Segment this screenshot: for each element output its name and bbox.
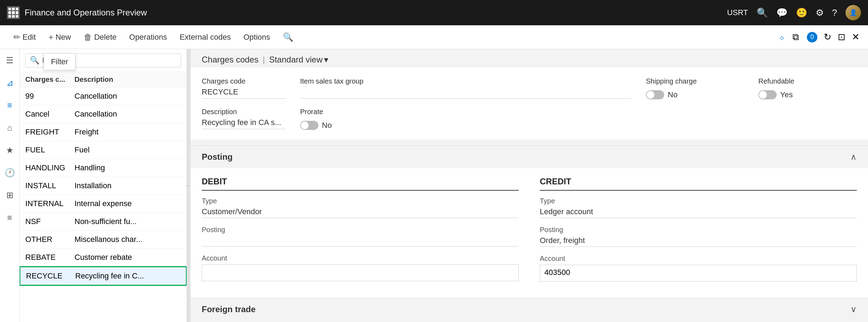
- new-button[interactable]: + New Filter: [44, 29, 76, 45]
- debit-posting-value[interactable]: [202, 236, 519, 247]
- sidebar-menu-icon[interactable]: ☰: [2, 53, 18, 68]
- settings-icon[interactable]: ⚙: [816, 7, 824, 18]
- list-row[interactable]: FUELFuel: [20, 141, 187, 159]
- new-label: New: [56, 33, 71, 42]
- operations-label: Operations: [129, 33, 167, 42]
- debit-type-label: Type: [202, 197, 519, 205]
- credit-title: CREDIT: [540, 177, 857, 191]
- edit-label: Edit: [22, 33, 36, 42]
- edit-icon: ✏: [13, 32, 20, 42]
- posting-section-header[interactable]: Posting ∧: [190, 145, 868, 168]
- badge-icon: 0: [807, 32, 817, 42]
- list-row[interactable]: REBATECustomer rebate: [20, 249, 187, 267]
- charges-code-field: Charges code RECYCLE: [202, 77, 286, 99]
- shipping-charge-toggle-label: No: [668, 90, 678, 99]
- operations-button[interactable]: Operations: [124, 30, 172, 45]
- list-row-desc: Recycling fee in C...: [75, 271, 180, 281]
- external-codes-button[interactable]: External codes: [175, 30, 236, 45]
- credit-account-label: Account: [540, 255, 857, 263]
- list-row-code: HANDLING: [25, 163, 75, 172]
- list-header: Charges c... Description: [20, 72, 187, 87]
- main-layout: ☰ ⊿ ≡ ⌂ ★ 🕐 ⊞ ≡ 🔍 Charges c... Descripti…: [0, 49, 868, 322]
- debit-account-field: Account: [202, 254, 519, 281]
- shipping-charge-toggle[interactable]: [646, 90, 664, 99]
- sidebar-nav-icon[interactable]: ≡: [2, 210, 18, 225]
- standard-view-dropdown[interactable]: Standard view ▾: [269, 55, 328, 65]
- posting-chevron-icon: ∧: [850, 152, 857, 162]
- close-icon[interactable]: ✕: [852, 32, 860, 42]
- sidebar-clock-icon[interactable]: 🕐: [2, 165, 18, 180]
- filter-search-button[interactable]: 🔍: [278, 29, 298, 45]
- chat-icon[interactable]: 💬: [776, 7, 788, 18]
- refundable-label: Refundable: [758, 77, 857, 85]
- credit-section: CREDIT Type Ledger account Posting Order…: [540, 177, 857, 289]
- description-value[interactable]: Recycling fee in CA s...: [202, 118, 286, 129]
- filter-icon: 🔍: [30, 56, 39, 65]
- new-icon: +: [48, 32, 53, 42]
- emoji-icon[interactable]: 🙂: [796, 7, 807, 18]
- app-grid-icon[interactable]: [7, 6, 20, 19]
- credit-account-input[interactable]: 403500: [540, 265, 857, 282]
- list-row[interactable]: RECYCLERecycling fee in C...: [20, 266, 187, 286]
- edit-button[interactable]: ✏ Edit: [8, 29, 41, 45]
- list-row-code: INSTALL: [25, 181, 75, 190]
- list-row-code: NSF: [25, 217, 75, 226]
- foreign-trade-section: Foreign trade ∨: [190, 298, 868, 321]
- debit-section: DEBIT Type Customer/Vendor Posting Accou…: [202, 177, 519, 289]
- list-row[interactable]: INSTALLInstallation: [20, 177, 187, 195]
- list-row[interactable]: CancelCancellation: [20, 105, 187, 123]
- sidebar-lines-icon[interactable]: ≡: [2, 98, 18, 113]
- debit-posting-label: Posting: [202, 226, 519, 234]
- list-row-code: INTERNAL: [25, 199, 75, 208]
- list-row[interactable]: FREIGHTFreight: [20, 123, 187, 141]
- list-row-desc: Non-sufficient fu...: [75, 217, 181, 226]
- debit-type-value[interactable]: Customer/Vendor: [202, 207, 519, 218]
- avatar[interactable]: 👤: [846, 5, 861, 20]
- help-icon[interactable]: ?: [832, 7, 837, 18]
- debit-account-input[interactable]: [202, 264, 519, 281]
- list-row-desc: Cancellation: [75, 110, 181, 119]
- delete-icon: 🗑: [84, 32, 92, 42]
- foreign-trade-header[interactable]: Foreign trade ∨: [190, 298, 868, 321]
- item-sales-tax-label: Item sales tax group: [300, 77, 632, 85]
- options-button[interactable]: Options: [239, 30, 275, 45]
- filter-search-icon: 🔍: [283, 32, 293, 42]
- sidebar-grid-icon[interactable]: ⊞: [2, 188, 18, 203]
- list-row[interactable]: HANDLINGHandling: [20, 159, 187, 177]
- refresh-icon[interactable]: ↻: [824, 32, 831, 42]
- list-panel: 🔍 Charges c... Description 99Cancellatio…: [20, 49, 187, 322]
- list-row-code: REBATE: [25, 253, 75, 262]
- charges-code-value[interactable]: RECYCLE: [202, 87, 286, 99]
- list-row[interactable]: NSFNon-sufficient fu...: [20, 213, 187, 231]
- sidebar-star-icon[interactable]: ★: [2, 143, 18, 158]
- toolbar: ✏ Edit + New Filter 🗑 Delete Operations …: [0, 25, 868, 49]
- credit-type-label: Type: [540, 197, 857, 205]
- sidebar-filter-icon[interactable]: ⊿: [2, 75, 18, 91]
- refundable-toggle-row: Yes: [758, 90, 857, 99]
- split-view-icon[interactable]: ⧉: [792, 32, 799, 42]
- list-row-desc: Freight: [75, 127, 181, 137]
- sidebar-home-icon[interactable]: ⌂: [2, 120, 18, 136]
- delete-button[interactable]: 🗑 Delete: [79, 29, 122, 45]
- refundable-toggle[interactable]: [758, 90, 777, 99]
- bookmark-icon[interactable]: ⬦: [779, 32, 785, 42]
- prorate-toggle[interactable]: [300, 121, 318, 130]
- list-row[interactable]: 99Cancellation: [20, 87, 187, 105]
- prorate-label: Prorate: [300, 108, 632, 116]
- credit-type-value[interactable]: Ledger account: [540, 207, 857, 218]
- list-row[interactable]: OTHERMiscellanous char...: [20, 231, 187, 249]
- item-sales-tax-value[interactable]: [300, 87, 632, 99]
- list-items: 99CancellationCancelCancellationFREIGHTF…: [20, 87, 187, 322]
- list-row[interactable]: INTERNALInternal expense: [20, 195, 187, 213]
- top-bar-right: USRT 🔍 💬 🙂 ⚙ ? 👤: [727, 5, 861, 20]
- list-row-code: RECYCLE: [26, 271, 75, 281]
- delete-label: Delete: [94, 33, 117, 42]
- resize-handle[interactable]: ⋮: [187, 49, 190, 322]
- credit-posting-value[interactable]: Order, freight: [540, 236, 857, 247]
- list-row-desc: Fuel: [75, 145, 181, 155]
- external-codes-label: External codes: [180, 33, 231, 42]
- list-row-desc: Installation: [75, 181, 181, 190]
- search-icon[interactable]: 🔍: [757, 7, 768, 18]
- restore-icon[interactable]: ⊡: [838, 32, 846, 42]
- detail-header-title: Charges codes: [202, 55, 258, 65]
